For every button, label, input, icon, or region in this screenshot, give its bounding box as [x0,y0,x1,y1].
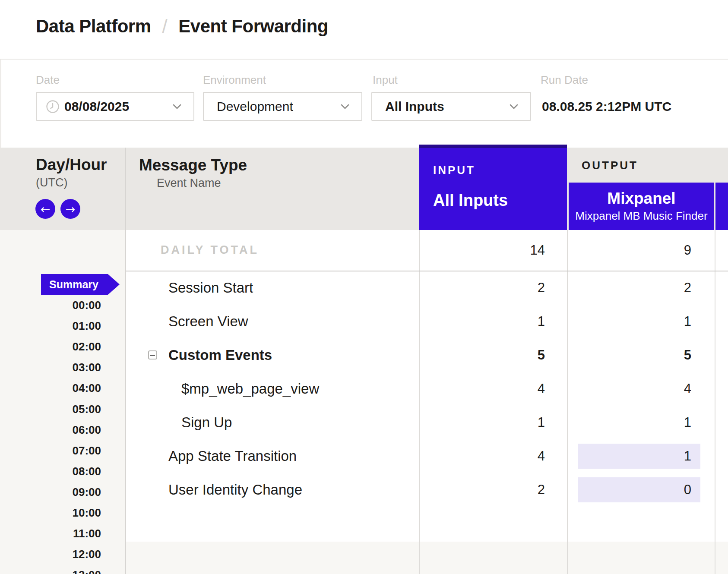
day-hour-subtitle: (UTC) [36,176,67,189]
gridline [126,271,728,271]
breadcrumb-page: Event Forwarding [178,16,328,37]
arrow-right-icon: → [66,202,76,216]
daily-total-output-count: 9 [605,243,691,258]
hour-label[interactable]: 12:00 [0,548,101,561]
top-bar: Data Platform / Event Forwarding [0,0,728,60]
mixpanel-column-header: Mixpanel Mixpanel MB Music Finder [569,183,714,230]
run-date-value: 08.08.25 2:12PM UTC [542,99,671,114]
arrow-left-icon: ← [41,202,51,216]
daily-total-input-count: 14 [459,243,545,258]
input-count: 2 [459,482,545,498]
event-name: Session Start [168,280,253,296]
gridline [567,230,568,574]
hour-label[interactable]: 00:00 [0,299,101,312]
input-count: 4 [459,381,545,397]
hour-label[interactable]: 08:00 [0,464,101,478]
hour-label[interactable]: 01:00 [0,319,101,333]
hour-label[interactable]: 06:00 [0,423,101,436]
hour-label[interactable]: 11:00 [0,527,101,540]
next-output-column-partial [715,183,728,230]
hour-label[interactable]: 09:00 [0,485,101,498]
input-header-label: INPUT [433,164,475,177]
gridline [419,230,420,574]
event-forwarding-page: Data Platform / Event Forwarding Date En… [0,0,728,574]
breadcrumb-separator: / [162,16,168,37]
event-name: App State Transition [168,448,297,464]
event-name: User Identity Change [168,482,302,498]
output-count: 2 [605,280,691,296]
input-dropdown[interactable]: All Inputs [371,92,531,121]
input-value: All Inputs [385,99,444,114]
output-count: 4 [605,381,691,397]
clock-icon [46,100,60,115]
minus-icon [150,355,155,356]
next-day-button[interactable]: → [60,199,80,219]
daily-total-label: DAILY TOTAL [161,243,259,257]
hour-label[interactable]: 05:00 [0,402,101,416]
output-count: 1 [605,314,691,329]
highlighted-output-count[interactable]: 1 [578,444,700,469]
run-date-label: Run Date [541,73,588,87]
event-name: $mp_web_page_view [181,381,319,397]
input-header-value: All Inputs [433,191,508,210]
input-column-header: INPUT All Inputs [419,145,567,230]
input-count: 1 [459,415,545,430]
day-hour-title: Day/Hour [36,156,107,174]
summary-flag[interactable]: Summary [41,274,120,295]
mixpanel-title: Mixpanel [569,189,714,208]
date-value: 08/08/2025 [64,99,129,114]
date-dropdown[interactable]: 08/08/2025 [36,92,194,121]
message-type-title: Message Type [139,156,247,174]
event-name-subtitle: Event Name [157,177,221,190]
environment-value: Development [217,99,293,114]
hour-label[interactable]: 03:00 [0,361,101,374]
chevron-down-icon [507,100,521,114]
hour-label[interactable]: 07:00 [0,444,101,457]
highlighted-output-count[interactable]: 0 [578,477,700,502]
gridline [125,148,126,574]
date-label: Date [36,73,60,87]
environment-label: Environment [203,73,266,87]
input-count: 1 [459,314,545,329]
hour-label[interactable]: 02:00 [0,340,101,353]
output-count: 1 [605,415,691,430]
breadcrumb-section[interactable]: Data Platform [36,16,151,37]
hour-label[interactable]: 10:00 [0,506,101,520]
environment-dropdown[interactable]: Development [203,92,362,121]
chevron-down-icon [338,100,352,114]
breadcrumb: Data Platform / Event Forwarding [36,16,328,37]
input-label: Input [373,73,398,87]
prev-day-button[interactable]: ← [35,199,55,219]
event-name: Sign Up [181,414,232,431]
table-footer-area [126,542,728,574]
input-count: 4 [459,448,545,464]
output-header-label: OUTPUT [582,159,638,172]
input-count: 5 [459,347,545,363]
input-count: 2 [459,280,545,296]
hour-label[interactable]: 13:00 [0,568,101,574]
chevron-down-icon [170,100,184,114]
event-name: Screen View [168,313,248,330]
output-count: 5 [605,347,691,363]
hour-label[interactable]: 04:00 [0,382,101,395]
mixpanel-subtitle: Mixpanel MB Music Finder [569,209,714,223]
collapse-toggle[interactable] [148,350,157,360]
event-name: Custom Events [168,347,272,363]
gridline [715,230,715,574]
